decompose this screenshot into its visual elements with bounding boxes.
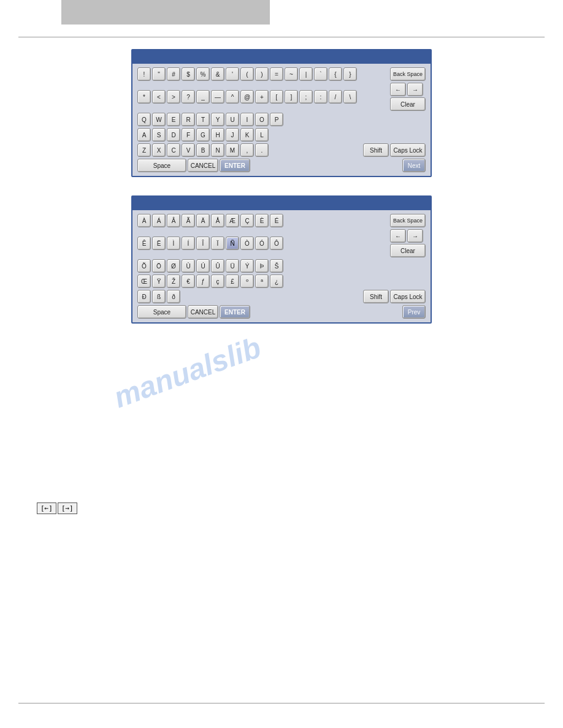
key-lbrace[interactable]: { — [329, 67, 342, 81]
key-backslash[interactable]: \ — [343, 90, 357, 104]
key-atilde[interactable]: Ã — [182, 214, 195, 227]
key-y[interactable]: Y — [211, 113, 224, 126]
key-dash[interactable]: — — [211, 90, 224, 104]
key-auml[interactable]: Ä — [196, 214, 210, 227]
key-ograve[interactable]: Ò — [240, 237, 254, 250]
enter-button-1[interactable]: ENTER — [220, 159, 250, 172]
key-yacute[interactable]: Ý — [240, 259, 254, 273]
key-lparen[interactable]: ( — [240, 67, 254, 81]
key-masc[interactable]: º — [240, 275, 254, 288]
key-uacute[interactable]: Ú — [196, 259, 210, 273]
key-ae[interactable]: Æ — [226, 214, 239, 227]
key-apos[interactable]: ' — [226, 67, 239, 81]
backspace-button-1[interactable]: Back Space — [390, 67, 426, 81]
key-eacute[interactable]: É — [270, 214, 283, 227]
key-m[interactable]: M — [226, 143, 239, 157]
key-iuml[interactable]: Ï — [211, 237, 224, 250]
key-oacute[interactable]: Ó — [255, 237, 269, 250]
key-colon[interactable]: : — [314, 90, 327, 104]
key-period[interactable]: . — [255, 143, 269, 157]
key-yuml[interactable]: Ÿ — [152, 275, 166, 288]
left-arrow-button-2[interactable]: ← — [390, 229, 406, 243]
key-quote[interactable]: " — [152, 67, 166, 81]
key-igrave[interactable]: Ì — [167, 237, 180, 250]
key-ampersand[interactable]: & — [211, 67, 224, 81]
clear-button-2[interactable]: Clear — [390, 244, 426, 257]
key-pipe[interactable]: | — [299, 67, 313, 81]
shift-button-2[interactable]: Shift — [363, 290, 389, 303]
key-slash[interactable]: / — [329, 90, 342, 104]
key-lt[interactable]: < — [152, 90, 166, 104]
key-ntilde[interactable]: Ñ — [226, 237, 239, 250]
key-question[interactable]: ? — [182, 90, 195, 104]
key-x[interactable]: X — [152, 143, 166, 157]
key-ccedil[interactable]: Ç — [240, 214, 254, 227]
key-rbrace[interactable]: } — [343, 67, 357, 81]
key-ouml[interactable]: Ö — [152, 259, 166, 273]
key-caret[interactable]: ^ — [226, 90, 239, 104]
right-arrow-button-1[interactable]: → — [407, 83, 423, 96]
key-u[interactable]: U — [226, 113, 239, 126]
key-q[interactable]: Q — [137, 113, 151, 126]
key-aacute[interactable]: Á — [152, 214, 166, 227]
key-euro[interactable]: € — [182, 275, 195, 288]
key-agrave[interactable]: À — [137, 214, 151, 227]
key-c[interactable]: C — [167, 143, 180, 157]
key-g[interactable]: G — [196, 128, 210, 142]
nav-left-arrow[interactable]: [←] — [37, 502, 56, 514]
key-scaron[interactable]: Š — [270, 259, 283, 273]
key-zcaron[interactable]: Ž — [167, 275, 180, 288]
left-arrow-button-1[interactable]: ← — [390, 83, 406, 96]
key-o[interactable]: O — [255, 113, 269, 126]
prev-button-2[interactable]: Prev — [402, 305, 426, 319]
key-icircumflex[interactable]: Î — [196, 237, 210, 250]
key-rbracket[interactable]: ] — [285, 90, 298, 104]
key-b[interactable]: B — [196, 143, 210, 157]
key-backtick[interactable]: ` — [314, 67, 327, 81]
key-ugrave[interactable]: Ù — [182, 259, 195, 273]
key-hash[interactable]: # — [167, 67, 180, 81]
key-r[interactable]: R — [182, 113, 195, 126]
key-n[interactable]: N — [211, 143, 224, 157]
key-at[interactable]: @ — [240, 90, 254, 104]
key-rparen[interactable]: ) — [255, 67, 269, 81]
key-otilde[interactable]: Õ — [137, 259, 151, 273]
key-uuml[interactable]: Ü — [226, 259, 239, 273]
right-arrow-button-2[interactable]: → — [407, 229, 423, 243]
key-underscore[interactable]: _ — [196, 90, 210, 104]
nav-right-arrow[interactable]: [→] — [58, 502, 77, 514]
key-l[interactable]: L — [255, 128, 269, 142]
key-egrave[interactable]: È — [255, 214, 269, 227]
key-eth-upper[interactable]: Ð — [137, 290, 151, 303]
key-equals[interactable]: = — [270, 67, 283, 81]
key-oe[interactable]: Œ — [137, 275, 151, 288]
key-e[interactable]: E — [167, 113, 180, 126]
key-fem[interactable]: ª — [255, 275, 269, 288]
key-k[interactable]: K — [240, 128, 254, 142]
key-oslash[interactable]: Ø — [167, 259, 180, 273]
key-asterisk[interactable]: * — [137, 90, 151, 104]
key-p[interactable]: P — [270, 113, 283, 126]
caps-lock-button-1[interactable]: Caps Lock — [390, 143, 426, 157]
cancel-button-2[interactable]: CANCEL — [188, 305, 218, 319]
key-pound[interactable]: £ — [226, 275, 239, 288]
space-button-1[interactable]: Space — [137, 159, 186, 172]
cancel-button-1[interactable]: CANCEL — [188, 159, 218, 172]
clear-button-1[interactable]: Clear — [390, 97, 426, 111]
key-plus[interactable]: + — [255, 90, 269, 104]
key-h[interactable]: H — [211, 128, 224, 142]
key-exclaim[interactable]: ! — [137, 67, 151, 81]
key-gt[interactable]: > — [167, 90, 180, 104]
key-w[interactable]: W — [152, 113, 166, 126]
key-j[interactable]: J — [226, 128, 239, 142]
key-invquest[interactable]: ¿ — [270, 275, 283, 288]
key-tilde[interactable]: ~ — [285, 67, 298, 81]
key-t[interactable]: T — [196, 113, 210, 126]
key-a[interactable]: A — [137, 128, 151, 142]
key-semicolon[interactable]: ; — [299, 90, 313, 104]
key-i[interactable]: I — [240, 113, 254, 126]
key-lbracket[interactable]: [ — [270, 90, 283, 104]
key-florin[interactable]: ƒ — [196, 275, 210, 288]
key-percent[interactable]: % — [196, 67, 210, 81]
shift-button-1[interactable]: Shift — [363, 143, 389, 157]
